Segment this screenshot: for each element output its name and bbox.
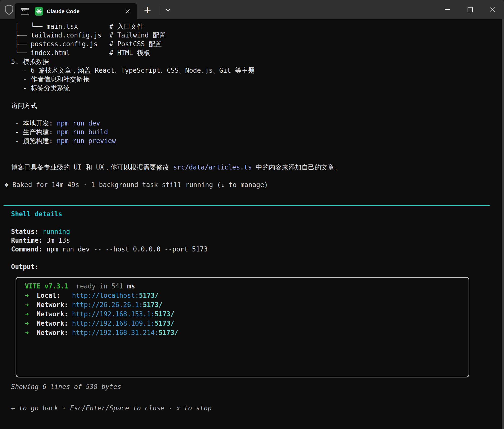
terminal-line: 访问方式 <box>11 101 502 110</box>
terminal-line: └── index.html # HTML 模板 <box>11 49 502 57</box>
terminal-line: - 标签分类系统 <box>11 84 502 93</box>
terminal-line <box>11 154 502 163</box>
footer-hints: Showing 6 lines of 538 bytes← to go back… <box>0 382 502 413</box>
terminal-line: - 本地开发: npm run dev <box>11 119 502 128</box>
terminal-line: Runtime: 3m 13s <box>11 236 502 245</box>
new-tab-button[interactable]: + <box>142 5 153 16</box>
svg-text:C:\: C:\ <box>22 10 26 13</box>
terminal-line: VITE v7.3.1 ready in 541 ms <box>25 282 469 291</box>
terminal-line: Status: running <box>11 227 502 236</box>
terminal-line <box>11 110 502 119</box>
terminal-line: Command: npm run dev -- --host 0.0.0.0 -… <box>11 245 502 254</box>
tab-claude-code[interactable]: C:\ Claude Code <box>15 3 137 19</box>
terminal-icon: C:\ <box>21 8 29 15</box>
terminal-line: - 作者信息和社交链接 <box>11 75 502 84</box>
terminal-line <box>11 172 502 181</box>
maximize-button[interactable] <box>459 0 481 19</box>
terminal-line: ➜ Network: http://26.26.26.1:5173/ <box>25 300 469 310</box>
terminal-line: Output: <box>11 263 502 271</box>
terminal-line <box>11 145 502 154</box>
maximize-icon <box>468 7 473 12</box>
close-icon <box>490 7 495 12</box>
terminal-line: - 6 篇技术文章，涵盖 React、TypeScript、CSS、Node.j… <box>11 66 502 75</box>
claude-code-icon <box>35 7 43 16</box>
terminal-line: ➜ Network: http://192.168.31.214:5173/ <box>25 328 469 337</box>
terminal-line: 博客已具备专业级的 UI 和 UX，你可以根据需要修改 src/data/art… <box>11 163 502 172</box>
terminal-line: ← to go back · Esc/Enter/Space to close … <box>11 404 502 413</box>
terminal-line: 5. 模拟数据 <box>11 57 502 66</box>
terminal-line: Shell details <box>11 210 502 219</box>
terminal-line <box>11 219 502 227</box>
terminal-line: - 生产构建: npm run build <box>11 128 502 137</box>
tab-title: Claude Code <box>47 8 124 14</box>
close-button[interactable] <box>481 0 504 19</box>
terminal-window: C:\ Claude Code <box>0 0 504 429</box>
tab-dropdown-button[interactable] <box>164 6 172 14</box>
terminal-line: ├── postcss.config.js # PostCSS 配置 <box>11 40 502 49</box>
terminal-line <box>11 93 502 101</box>
separator-line <box>4 205 490 206</box>
terminal-line: - 预览构建: npm run preview <box>11 137 502 145</box>
shell-details-panel: Shell details Status: runningRuntime: 3m… <box>0 210 502 271</box>
scrollbar[interactable] <box>502 19 504 429</box>
tab-close-icon[interactable] <box>124 8 131 15</box>
terminal-line: │ └── main.tsx # 入口文件 <box>11 22 502 31</box>
minimize-button[interactable] <box>436 0 459 19</box>
scrollback-text: │ └── main.tsx # 入口文件 ├── tailwind.confi… <box>0 19 502 189</box>
terminal-line <box>11 254 502 263</box>
terminal-line: ➜ Network: http://192.168.153.1:5173/ <box>25 310 469 319</box>
terminal-line: ➜ Network: http://192.168.109.1:5173/ <box>25 319 469 328</box>
terminal-content[interactable]: │ └── main.tsx # 入口文件 ├── tailwind.confi… <box>0 19 502 429</box>
titlebar-divider <box>160 5 160 15</box>
window-controls <box>436 0 504 19</box>
terminal-line: Showing 6 lines of 538 bytes <box>11 382 502 391</box>
admin-shield-icon <box>4 4 14 15</box>
terminal-line: ├── tailwind.config.js # Tailwind 配置 <box>11 31 502 40</box>
output-box: VITE v7.3.1 ready in 541 ms➜ Local: http… <box>16 277 469 377</box>
minimize-icon <box>445 9 450 10</box>
terminal-line: ➜ Local: http://localhost:5173/ <box>25 291 469 300</box>
titlebar[interactable]: C:\ Claude Code <box>0 0 504 19</box>
terminal-line: ✻ Baked for 14m 49s · 1 background task … <box>5 181 502 189</box>
